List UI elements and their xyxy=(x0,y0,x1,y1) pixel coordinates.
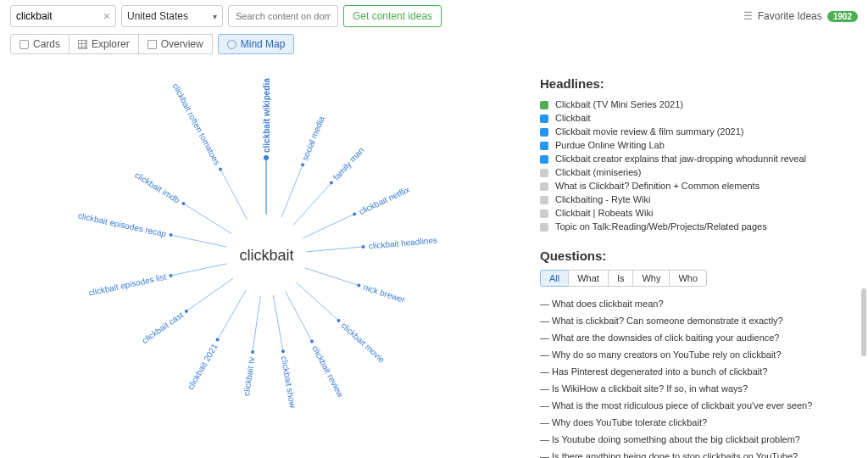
svg-point-3 xyxy=(301,163,304,166)
headline-list: Clickbait (TV Mini Series 2021)Clickbait… xyxy=(540,98,858,233)
top-bar: × United States ▾ Get content ideas ☰ Fa… xyxy=(0,0,868,32)
svg-line-26 xyxy=(171,235,227,247)
svg-line-12 xyxy=(297,282,339,321)
svg-line-18 xyxy=(253,296,260,352)
question-filter-is[interactable]: Is xyxy=(608,270,634,287)
headline-item[interactable]: Clickbait | Robeats Wiki xyxy=(540,206,858,220)
mindmap-center-node[interactable]: clickbait xyxy=(239,246,293,264)
keyword-input[interactable] xyxy=(16,10,92,22)
question-item[interactable]: — What is the most ridiculous piece of c… xyxy=(540,397,858,414)
svg-line-10 xyxy=(305,268,359,286)
mindmap-branch[interactable]: clickbait wikipedia xyxy=(262,78,271,153)
side-panel: Headlines: Clickbait (TV Mini Series 202… xyxy=(540,68,858,458)
question-filter-all[interactable]: All xyxy=(540,270,569,287)
country-value: United States xyxy=(127,10,188,22)
svg-point-9 xyxy=(362,245,365,249)
svg-point-21 xyxy=(216,338,220,342)
svg-line-24 xyxy=(171,264,227,276)
svg-line-28 xyxy=(183,204,231,234)
headline-item[interactable]: Clickbait movie review & film summary (2… xyxy=(540,125,858,138)
scrollbar-thumb[interactable] xyxy=(861,288,866,356)
svg-line-30 xyxy=(220,169,247,219)
source-icon xyxy=(540,182,548,191)
headline-text: Clickbaiting - Ryte Wiki xyxy=(555,194,650,204)
view-tabs: Cards Explorer Overview Mind Map xyxy=(0,32,868,61)
get-content-ideas-button[interactable]: Get content ideas xyxy=(343,5,442,27)
mindmap-icon xyxy=(227,40,236,49)
headline-item[interactable]: Topic on Talk:Reading/Web/Projects/Relat… xyxy=(540,220,858,233)
favorite-ideas-link[interactable]: ☰ Favorite Ideas 1902 xyxy=(743,10,858,22)
question-item[interactable]: — What is clickbait? Can someone demonst… xyxy=(540,312,858,329)
question-filter-what[interactable]: What xyxy=(568,270,609,287)
svg-point-17 xyxy=(281,349,285,353)
question-list: — What does clickbait mean?— What is cli… xyxy=(540,295,858,458)
tab-label: Explorer xyxy=(92,38,130,50)
question-item[interactable]: — Is Youtube doing something about the b… xyxy=(540,431,858,448)
list-icon: ☰ xyxy=(743,10,753,22)
question-filters: AllWhatIsWhyWho xyxy=(540,270,858,287)
tab-cards[interactable]: Cards xyxy=(10,34,70,54)
svg-point-11 xyxy=(357,284,360,288)
mindmap-canvas[interactable]: clickbait clickbait wikipediasocial medi… xyxy=(10,68,523,458)
headline-text: Clickbait xyxy=(555,113,591,123)
favorite-count-badge: 1902 xyxy=(827,11,858,22)
country-select[interactable]: United States ▾ xyxy=(121,5,223,27)
domain-search-input[interactable] xyxy=(228,5,338,27)
svg-line-14 xyxy=(286,291,312,341)
headline-item[interactable]: Clickbait xyxy=(540,111,858,125)
chevron-down-icon: ▾ xyxy=(213,12,217,21)
tab-label: Overview xyxy=(161,38,203,50)
favorite-label: Favorite Ideas xyxy=(758,10,822,22)
question-filter-why[interactable]: Why xyxy=(632,270,670,287)
source-icon xyxy=(540,142,548,150)
keyword-search-box[interactable]: × xyxy=(10,5,116,27)
tab-overview[interactable]: Overview xyxy=(138,34,213,54)
headline-item[interactable]: Clickbaiting - Ryte Wiki xyxy=(540,193,858,206)
question-item[interactable]: — Why do so many creators on YouTube rel… xyxy=(540,346,858,363)
scrollbar-track[interactable] xyxy=(861,68,866,441)
source-icon xyxy=(540,114,548,123)
question-item[interactable]: — What does clickbait mean? xyxy=(540,295,858,312)
headline-text: Purdue Online Writing Lab xyxy=(555,140,665,150)
svg-line-22 xyxy=(186,279,233,311)
svg-line-2 xyxy=(281,165,303,217)
headline-item[interactable]: Clickbait creator explains that jaw-drop… xyxy=(540,152,858,165)
tab-mindmap[interactable]: Mind Map xyxy=(218,34,295,54)
question-item[interactable]: — Has Pinterest degenerated into a bunch… xyxy=(540,363,858,380)
source-icon xyxy=(540,169,548,177)
svg-point-7 xyxy=(353,212,356,215)
svg-point-27 xyxy=(170,233,173,237)
question-item[interactable]: — Why does YouTube tolerate clickbait? xyxy=(540,414,858,431)
headline-text: Topic on Talk:Reading/Web/Projects/Relat… xyxy=(555,221,767,232)
headline-text: Clickbait (miniseries) xyxy=(555,167,641,177)
svg-point-19 xyxy=(251,350,254,354)
svg-point-23 xyxy=(185,310,188,313)
svg-point-5 xyxy=(330,182,333,185)
headline-item[interactable]: Clickbait (TV Mini Series 2021) xyxy=(540,98,858,111)
headline-item[interactable]: Clickbait (miniseries) xyxy=(540,165,858,179)
headline-text: Clickbait | Robeats Wiki xyxy=(555,208,653,218)
tab-explorer[interactable]: Explorer xyxy=(69,34,139,54)
grid-icon xyxy=(78,40,87,49)
headline-text: Clickbait (TV Mini Series 2021) xyxy=(555,99,683,109)
question-item[interactable]: — Is WikiHow a clickbait site? If so, in… xyxy=(540,380,858,397)
svg-line-6 xyxy=(303,214,355,237)
source-icon xyxy=(540,101,548,109)
svg-line-8 xyxy=(307,247,364,252)
svg-line-20 xyxy=(218,291,247,340)
headline-text: Clickbait movie review & film summary (2… xyxy=(555,126,744,137)
svg-point-25 xyxy=(170,274,173,277)
headline-item[interactable]: Purdue Online Writing Lab xyxy=(540,138,858,152)
svg-point-1 xyxy=(264,155,269,160)
source-icon xyxy=(540,196,548,204)
clear-icon[interactable]: × xyxy=(103,9,110,23)
question-item[interactable]: — What are the downsides of click baitin… xyxy=(540,329,858,346)
headline-item[interactable]: What is Clickbait? Definition + Common e… xyxy=(540,179,858,193)
headline-text: What is Clickbait? Definition + Common e… xyxy=(555,181,760,191)
tab-label: Cards xyxy=(33,38,60,50)
source-icon xyxy=(540,155,548,164)
question-item[interactable]: — Is there anything being done to stop c… xyxy=(540,448,858,458)
headline-text: Clickbait creator explains that jaw-drop… xyxy=(555,154,806,164)
question-filter-who[interactable]: Who xyxy=(669,270,707,287)
overview-icon xyxy=(147,40,157,49)
